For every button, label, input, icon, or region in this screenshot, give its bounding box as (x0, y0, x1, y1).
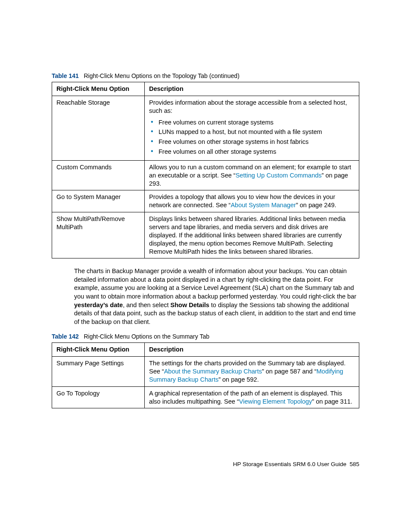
table-141-caption-text: Right-Click Menu Options on the Topology… (84, 72, 239, 79)
footer-page-number: 585 (349, 461, 359, 467)
table-row: Show MultiPath/Remove MultiPath Displays… (52, 212, 359, 258)
table-row: Reachable Storage Provides information a… (52, 96, 359, 160)
table-141-header-option: Right-Click Menu Option (52, 82, 145, 96)
cell-text: ” on page 592. (218, 376, 259, 383)
cell-text: ” on page 587 and “ (262, 368, 317, 375)
cell-option: Reachable Storage (52, 96, 145, 160)
paragraph-text: , and then select (123, 302, 170, 308)
footer-title: HP Storage Essentials SRM 6.0 User Guide (233, 461, 346, 467)
link-setting-up-custom-commands[interactable]: Setting Up Custom Commands (236, 172, 322, 179)
table-141-caption: Table 141 Right-Click Menu Options on th… (52, 72, 359, 79)
cell-option: Go to System Manager (52, 190, 145, 212)
cell-option: Go To Topology (52, 386, 145, 408)
cell-description: Displays links between shared libraries.… (145, 212, 359, 258)
cell-option: Custom Commands (52, 160, 145, 190)
table-row: Custom Commands Allows you to run a cust… (52, 160, 359, 190)
body-paragraph: The charts in Backup Manager provide a w… (74, 267, 359, 326)
table-142: Right-Click Menu Option Description Summ… (52, 342, 359, 408)
bold-text: Show Details (171, 302, 209, 308)
table-142-caption: Table 142 Right-Click Menu Options on th… (52, 333, 359, 340)
list-item: Free volumes on other storage systems in… (149, 138, 355, 146)
table-row: Summary Page Settings The settings for t… (52, 357, 359, 387)
list-item: Free volumes on current storage systems (149, 118, 355, 127)
link-viewing-element-topology[interactable]: Viewing Element Topology (239, 398, 312, 405)
table-row: Go to System Manager Provides a topology… (52, 190, 359, 212)
table-142-label: Table 142 (52, 333, 79, 340)
cell-text: ” on page 249. (296, 202, 336, 208)
cell-description: A graphical representation of the path o… (145, 386, 359, 408)
cell-option: Show MultiPath/Remove MultiPath (52, 212, 145, 258)
table-141-header-description: Description (145, 82, 359, 96)
bold-text: yesterday’s date (74, 302, 123, 308)
cell-text: ” on page 311. (312, 398, 352, 405)
table-142-header-option: Right-Click Menu Option (52, 343, 145, 357)
cell-description: Allows you to run a custom command on an… (145, 160, 359, 190)
table-141: Right-Click Menu Option Description Reac… (52, 82, 359, 258)
table-row: Go To Topology A graphical representatio… (52, 386, 359, 408)
table-142-caption-text: Right-Click Menu Options on the Summary … (84, 333, 209, 340)
table-142-header-description: Description (145, 343, 359, 357)
cell-option: Summary Page Settings (52, 357, 145, 387)
table-141-label: Table 141 (52, 72, 79, 79)
paragraph-text: The charts in Backup Manager provide a w… (74, 268, 356, 300)
page-footer: HP Storage Essentials SRM 6.0 User Guide… (233, 461, 359, 467)
link-about-system-manager[interactable]: About System Manager (230, 202, 296, 208)
list-item: LUNs mapped to a host, but not mounted w… (149, 128, 355, 136)
list-item: Free volumes on all other storage system… (149, 148, 355, 156)
bullet-list: Free volumes on current storage systems … (149, 118, 355, 156)
cell-description: Provides a topology that allows you to v… (145, 190, 359, 212)
cell-description: Provides information about the storage a… (145, 96, 359, 160)
cell-description: The settings for the charts provided on … (145, 357, 359, 387)
cell-text: Provides information about the storage a… (149, 99, 347, 114)
link-about-summary-backup-charts[interactable]: About the Summary Backup Charts (164, 368, 262, 375)
